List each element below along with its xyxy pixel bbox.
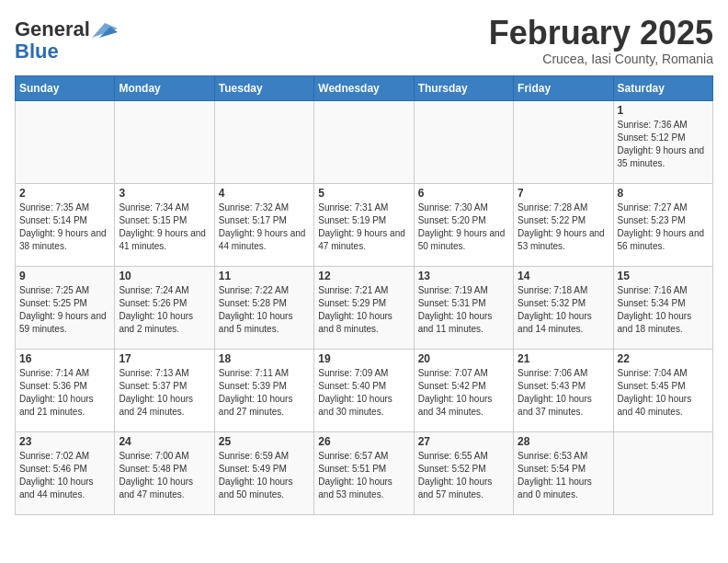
day-info: Sunrise: 7:13 AM Sunset: 5:37 PM Dayligh… bbox=[119, 367, 210, 419]
day-info: Sunrise: 7:22 AM Sunset: 5:28 PM Dayligh… bbox=[219, 284, 310, 336]
day-info: Sunrise: 6:57 AM Sunset: 5:51 PM Dayligh… bbox=[318, 450, 409, 501]
day-number: 14 bbox=[518, 270, 609, 282]
calendar-cell: 3Sunrise: 7:34 AM Sunset: 5:15 PM Daylig… bbox=[115, 183, 214, 266]
day-info: Sunrise: 6:55 AM Sunset: 5:52 PM Dayligh… bbox=[418, 450, 509, 501]
day-info: Sunrise: 7:34 AM Sunset: 5:15 PM Dayligh… bbox=[119, 201, 210, 253]
day-info: Sunrise: 7:02 AM Sunset: 5:46 PM Dayligh… bbox=[19, 450, 110, 501]
day-info: Sunrise: 7:11 AM Sunset: 5:39 PM Dayligh… bbox=[219, 367, 310, 419]
day-number: 22 bbox=[618, 352, 709, 365]
calendar-cell: 14Sunrise: 7:18 AM Sunset: 5:32 PM Dayli… bbox=[514, 266, 613, 349]
calendar-cell: 6Sunrise: 7:30 AM Sunset: 5:20 PM Daylig… bbox=[414, 183, 513, 266]
day-info: Sunrise: 7:09 AM Sunset: 5:40 PM Dayligh… bbox=[318, 367, 409, 419]
logo-blue: Blue bbox=[15, 40, 59, 63]
calendar-week-row: 23Sunrise: 7:02 AM Sunset: 5:46 PM Dayli… bbox=[16, 431, 713, 514]
day-number: 21 bbox=[518, 352, 609, 365]
day-info: Sunrise: 7:06 AM Sunset: 5:43 PM Dayligh… bbox=[518, 367, 609, 419]
logo-general: General bbox=[15, 18, 90, 40]
calendar-cell bbox=[613, 431, 712, 514]
calendar-cell bbox=[214, 100, 313, 183]
weekday-header: Tuesday bbox=[214, 75, 313, 100]
month-title: February 2025 bbox=[489, 15, 713, 52]
day-number: 4 bbox=[219, 187, 310, 200]
calendar-week-row: 1Sunrise: 7:36 AM Sunset: 5:12 PM Daylig… bbox=[16, 100, 713, 183]
calendar-week-row: 9Sunrise: 7:25 AM Sunset: 5:25 PM Daylig… bbox=[16, 266, 713, 349]
day-number: 28 bbox=[518, 435, 609, 448]
day-info: Sunrise: 7:35 AM Sunset: 5:14 PM Dayligh… bbox=[19, 201, 110, 253]
calendar-cell bbox=[314, 100, 414, 183]
calendar-cell: 28Sunrise: 6:53 AM Sunset: 5:54 PM Dayli… bbox=[514, 431, 613, 514]
calendar-cell: 26Sunrise: 6:57 AM Sunset: 5:51 PM Dayli… bbox=[314, 431, 414, 514]
day-info: Sunrise: 6:53 AM Sunset: 5:54 PM Dayligh… bbox=[518, 450, 609, 501]
calendar-cell: 21Sunrise: 7:06 AM Sunset: 5:43 PM Dayli… bbox=[514, 349, 613, 431]
day-info: Sunrise: 7:07 AM Sunset: 5:42 PM Dayligh… bbox=[418, 367, 509, 419]
title-block: February 2025 Crucea, Iasi County, Roman… bbox=[489, 15, 713, 66]
calendar-cell: 20Sunrise: 7:07 AM Sunset: 5:42 PM Dayli… bbox=[414, 349, 513, 431]
calendar-cell: 5Sunrise: 7:31 AM Sunset: 5:19 PM Daylig… bbox=[314, 183, 414, 266]
calendar-table: SundayMondayTuesdayWednesdayThursdayFrid… bbox=[15, 75, 713, 515]
weekday-header: Saturday bbox=[613, 75, 712, 100]
day-number: 20 bbox=[418, 352, 509, 365]
day-number: 13 bbox=[418, 270, 509, 282]
day-info: Sunrise: 7:32 AM Sunset: 5:17 PM Dayligh… bbox=[219, 201, 310, 253]
day-info: Sunrise: 7:25 AM Sunset: 5:25 PM Dayligh… bbox=[19, 284, 110, 336]
day-number: 9 bbox=[19, 270, 110, 282]
calendar-cell: 15Sunrise: 7:16 AM Sunset: 5:34 PM Dayli… bbox=[613, 266, 712, 349]
calendar-week-row: 16Sunrise: 7:14 AM Sunset: 5:36 PM Dayli… bbox=[16, 349, 713, 431]
day-info: Sunrise: 7:04 AM Sunset: 5:45 PM Dayligh… bbox=[618, 367, 709, 419]
day-info: Sunrise: 6:59 AM Sunset: 5:49 PM Dayligh… bbox=[219, 450, 310, 501]
day-number: 3 bbox=[119, 187, 210, 200]
day-info: Sunrise: 7:27 AM Sunset: 5:23 PM Dayligh… bbox=[618, 201, 709, 253]
calendar-cell: 23Sunrise: 7:02 AM Sunset: 5:46 PM Dayli… bbox=[16, 431, 115, 514]
calendar-cell: 24Sunrise: 7:00 AM Sunset: 5:48 PM Dayli… bbox=[115, 431, 214, 514]
calendar-cell: 1Sunrise: 7:36 AM Sunset: 5:12 PM Daylig… bbox=[613, 100, 712, 183]
day-number: 2 bbox=[19, 187, 110, 200]
day-number: 18 bbox=[219, 352, 310, 365]
weekday-header: Wednesday bbox=[314, 75, 414, 100]
weekday-header: Monday bbox=[115, 75, 214, 100]
calendar-cell: 10Sunrise: 7:24 AM Sunset: 5:26 PM Dayli… bbox=[115, 266, 214, 349]
day-number: 7 bbox=[518, 187, 609, 200]
weekday-header: Thursday bbox=[414, 75, 513, 100]
day-info: Sunrise: 7:30 AM Sunset: 5:20 PM Dayligh… bbox=[418, 201, 509, 253]
calendar-cell: 8Sunrise: 7:27 AM Sunset: 5:23 PM Daylig… bbox=[613, 183, 712, 266]
calendar-cell: 11Sunrise: 7:22 AM Sunset: 5:28 PM Dayli… bbox=[214, 266, 313, 349]
day-number: 24 bbox=[119, 435, 210, 448]
day-number: 19 bbox=[318, 352, 409, 365]
day-number: 15 bbox=[618, 270, 709, 282]
calendar-cell: 22Sunrise: 7:04 AM Sunset: 5:45 PM Dayli… bbox=[613, 349, 712, 431]
calendar-cell: 18Sunrise: 7:11 AM Sunset: 5:39 PM Dayli… bbox=[214, 349, 313, 431]
calendar-cell: 9Sunrise: 7:25 AM Sunset: 5:25 PM Daylig… bbox=[16, 266, 115, 349]
calendar-cell: 13Sunrise: 7:19 AM Sunset: 5:31 PM Dayli… bbox=[414, 266, 513, 349]
day-info: Sunrise: 7:16 AM Sunset: 5:34 PM Dayligh… bbox=[618, 284, 709, 336]
calendar-cell: 17Sunrise: 7:13 AM Sunset: 5:37 PM Dayli… bbox=[115, 349, 214, 431]
calendar-cell: 25Sunrise: 6:59 AM Sunset: 5:49 PM Dayli… bbox=[214, 431, 313, 514]
day-number: 12 bbox=[318, 270, 409, 282]
calendar-cell: 7Sunrise: 7:28 AM Sunset: 5:22 PM Daylig… bbox=[514, 183, 613, 266]
day-info: Sunrise: 7:18 AM Sunset: 5:32 PM Dayligh… bbox=[518, 284, 609, 336]
day-info: Sunrise: 7:19 AM Sunset: 5:31 PM Dayligh… bbox=[418, 284, 509, 336]
calendar-cell bbox=[514, 100, 613, 183]
day-number: 26 bbox=[318, 435, 409, 448]
calendar-cell: 27Sunrise: 6:55 AM Sunset: 5:52 PM Dayli… bbox=[414, 431, 513, 514]
day-number: 25 bbox=[219, 435, 310, 448]
calendar-cell: 12Sunrise: 7:21 AM Sunset: 5:29 PM Dayli… bbox=[314, 266, 414, 349]
calendar-week-row: 2Sunrise: 7:35 AM Sunset: 5:14 PM Daylig… bbox=[16, 183, 713, 266]
calendar-cell: 4Sunrise: 7:32 AM Sunset: 5:17 PM Daylig… bbox=[214, 183, 313, 266]
calendar-cell bbox=[16, 100, 115, 183]
day-number: 1 bbox=[618, 104, 709, 117]
day-number: 11 bbox=[219, 270, 310, 282]
day-number: 5 bbox=[318, 187, 409, 200]
day-number: 17 bbox=[119, 352, 210, 365]
day-number: 23 bbox=[19, 435, 110, 448]
day-info: Sunrise: 7:36 AM Sunset: 5:12 PM Dayligh… bbox=[618, 119, 709, 170]
day-info: Sunrise: 7:14 AM Sunset: 5:36 PM Dayligh… bbox=[19, 367, 110, 419]
day-info: Sunrise: 7:00 AM Sunset: 5:48 PM Dayligh… bbox=[119, 450, 210, 501]
calendar-header-row: SundayMondayTuesdayWednesdayThursdayFrid… bbox=[16, 75, 713, 100]
page-header: General Blue February 2025 Crucea, Iasi … bbox=[15, 15, 713, 66]
day-info: Sunrise: 7:24 AM Sunset: 5:26 PM Dayligh… bbox=[119, 284, 210, 336]
calendar-cell bbox=[115, 100, 214, 183]
day-info: Sunrise: 7:28 AM Sunset: 5:22 PM Dayligh… bbox=[518, 201, 609, 253]
calendar-cell bbox=[414, 100, 513, 183]
calendar-cell: 2Sunrise: 7:35 AM Sunset: 5:14 PM Daylig… bbox=[16, 183, 115, 266]
day-number: 6 bbox=[418, 187, 509, 200]
